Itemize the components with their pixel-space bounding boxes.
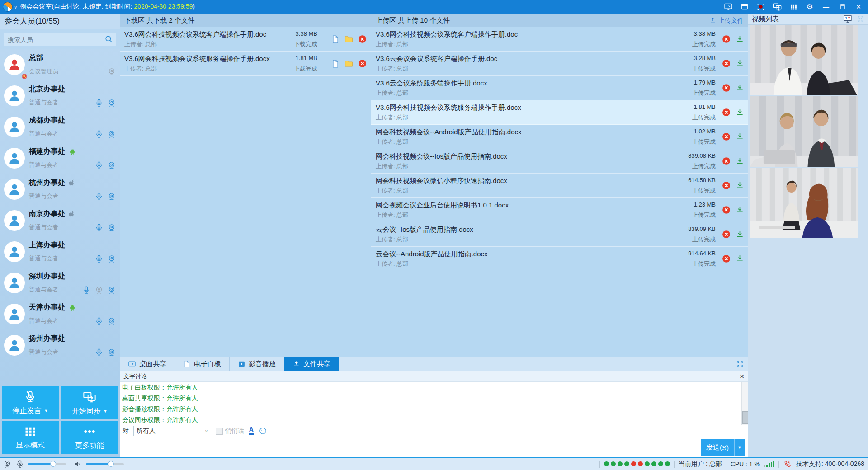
record-icon[interactable] <box>755 2 767 12</box>
settings-gear-icon[interactable]: ⚙ <box>804 2 816 12</box>
download-icon[interactable] <box>735 230 745 239</box>
font-style-button[interactable]: A <box>249 427 254 435</box>
upload-file-row[interactable]: 云会议--Ios版产品使用指南.docx 上传者: 总部 839.09 KB 上… <box>371 222 748 247</box>
delete-icon[interactable] <box>722 59 731 68</box>
message-input[interactable]: 发送(S) ▼ <box>120 437 748 457</box>
microphone-icon[interactable] <box>94 161 104 170</box>
participant-row-chengdu[interactable]: 成都办事处 普通与会者 <box>0 111 120 142</box>
chat-scrollbar[interactable] <box>741 382 748 425</box>
chevron-down-icon[interactable]: ∨ <box>14 5 17 9</box>
delete-icon[interactable] <box>722 83 731 93</box>
download-icon[interactable] <box>735 83 745 93</box>
search-box[interactable] <box>4 33 116 46</box>
webcam-icon[interactable] <box>107 161 116 170</box>
dual-monitor-icon[interactable] <box>843 14 852 24</box>
delete-icon[interactable] <box>358 34 367 44</box>
open-file-icon[interactable] <box>331 35 340 44</box>
upload-file-row[interactable]: 网会视频会议企业后台使用说明书1.0.1.docx 上传者: 总部 1.23 M… <box>371 198 748 222</box>
webcam-icon[interactable] <box>107 286 116 295</box>
delete-icon[interactable] <box>722 254 731 263</box>
upload-file-link[interactable]: 上传文件 <box>709 14 744 27</box>
download-file-row[interactable]: V3.6网会科技视频会议系统客户端操作手册.doc 上传者: 总部 3.38 M… <box>120 27 371 52</box>
send-button[interactable]: 发送(S) <box>701 439 734 456</box>
delete-icon[interactable] <box>722 132 731 141</box>
microphone-icon[interactable] <box>94 99 104 108</box>
upload-file-row[interactable]: V3.6网会科技视频会议系统客户端操作手册.doc 上传者: 总部 3.38 M… <box>371 27 748 52</box>
upload-file-row[interactable]: 网会科技视频会议--Ios版产品使用指南.docx 上传者: 总部 839.08… <box>371 149 748 174</box>
download-icon[interactable] <box>735 132 745 141</box>
chat-messages[interactable]: 电子白板权限：允许所有人 桌面共享权限：允许所有人 影音播放权限：允许所有人 会… <box>120 382 742 425</box>
fullscreen-icon[interactable] <box>857 15 864 23</box>
download-icon[interactable] <box>735 108 745 117</box>
window-icon[interactable] <box>739 2 750 12</box>
webcam-icon[interactable] <box>107 317 116 326</box>
whisper-checkbox[interactable]: 悄悄话 <box>216 427 244 435</box>
tab-file-share[interactable]: 文件共享 <box>284 357 339 371</box>
delete-icon[interactable] <box>722 181 731 190</box>
search-input[interactable] <box>7 33 99 46</box>
participant-row-beijing[interactable]: 北京办事处 普通与会者 <box>0 80 120 111</box>
webcam-icon[interactable] <box>3 460 12 469</box>
microphone-icon[interactable] <box>94 130 104 139</box>
microphone-icon[interactable] <box>94 254 104 263</box>
send-options-button[interactable]: ▼ <box>734 439 745 456</box>
expand-panel-icon[interactable] <box>736 360 744 368</box>
participant-video[interactable] <box>750 96 858 167</box>
participant-row-fujian[interactable]: 福建办事处 普通与会者 <box>0 142 120 174</box>
dialpad-icon[interactable] <box>788 2 799 12</box>
upload-file-row[interactable]: 网会科技视频会议微信小程序快速指南.docx 上传者: 总部 614.58 KB… <box>371 174 748 198</box>
webcam-off-icon[interactable] <box>94 286 104 295</box>
tab-media-play[interactable]: 影音播放 <box>230 357 284 371</box>
upload-file-row[interactable]: 云会议--Android版产品使用指南.docx 上传者: 总部 914.64 … <box>371 247 748 271</box>
start-sync-button[interactable]: 开始同步▼ <box>61 386 118 419</box>
microphone-icon[interactable] <box>94 223 104 232</box>
webcam-icon[interactable] <box>107 348 116 357</box>
upload-file-row[interactable]: V3.6云会议系统服务端操作手册.docx 上传者: 总部 1.79 MB 上传… <box>371 76 748 100</box>
microphone-icon[interactable] <box>94 348 104 357</box>
mic-volume-slider[interactable] <box>28 463 66 465</box>
download-icon[interactable] <box>735 181 745 190</box>
download-icon[interactable] <box>735 254 745 263</box>
download-icon[interactable] <box>735 156 745 166</box>
delete-icon[interactable] <box>722 230 731 239</box>
stop-speaking-button[interactable]: 停止发言▼ <box>2 386 59 419</box>
sync-icon[interactable] <box>771 2 783 12</box>
search-icon[interactable] <box>104 35 113 43</box>
microphone-icon[interactable] <box>94 317 104 326</box>
delete-icon[interactable] <box>358 59 367 68</box>
tab-whiteboard[interactable]: 电子白板 <box>175 357 230 371</box>
open-file-icon[interactable] <box>331 59 340 68</box>
participant-row-shanghai[interactable]: 上海办事处 普通与会者 <box>0 236 120 267</box>
webcam-icon[interactable] <box>107 192 116 201</box>
webcam-icon[interactable] <box>107 130 116 139</box>
delete-icon[interactable] <box>722 108 731 117</box>
participant-row-nanjing[interactable]: 南京办事处 普通与会者 <box>0 205 120 236</box>
microphone-muted-icon[interactable] <box>15 460 24 469</box>
participant-row-tianjin[interactable]: 天津办事处 普通与会者 <box>0 298 120 329</box>
participant-row-yangzhou[interactable]: 扬州办事处 普通与会者 <box>0 329 120 361</box>
webcam-icon[interactable] <box>107 254 116 263</box>
emoji-icon[interactable] <box>259 427 267 435</box>
webcam-icon[interactable] <box>107 99 116 108</box>
speaker-icon[interactable] <box>73 460 82 469</box>
open-folder-icon[interactable] <box>344 34 354 44</box>
delete-icon[interactable] <box>722 156 731 166</box>
more-functions-button[interactable]: 更多功能 <box>61 421 118 454</box>
delete-icon[interactable] <box>722 205 731 215</box>
microphone-icon[interactable] <box>82 286 91 295</box>
upload-file-row-selected[interactable]: V3.6网会科技视频会议系统服务端操作手册.docx 上传者: 总部 1.81 … <box>371 100 748 125</box>
slider-knob[interactable] <box>108 461 114 467</box>
tab-desktop-share[interactable]: 桌面共享 <box>120 357 175 371</box>
close-icon[interactable]: ✕ <box>739 373 745 380</box>
open-folder-icon[interactable] <box>344 59 354 68</box>
participant-video[interactable] <box>750 25 858 95</box>
speaker-volume-slider[interactable] <box>86 463 124 465</box>
webcam-icon[interactable] <box>107 223 116 232</box>
maximize-icon[interactable] <box>836 2 848 12</box>
display-mode-button[interactable]: 显示模式 <box>2 421 59 454</box>
screen-share-icon[interactable] <box>722 2 734 12</box>
download-icon[interactable] <box>735 34 745 44</box>
close-icon[interactable]: ✕ <box>853 2 864 12</box>
scrollbar-thumb[interactable] <box>742 411 748 424</box>
delete-icon[interactable] <box>722 34 731 44</box>
